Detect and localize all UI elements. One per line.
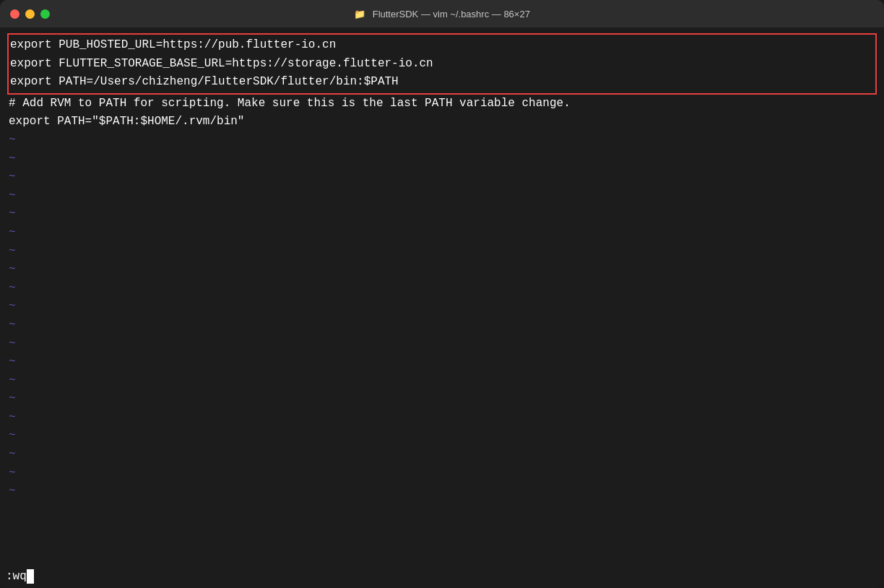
maximize-button[interactable] xyxy=(40,9,50,19)
cursor xyxy=(27,569,34,583)
window-title: 📁 FlutterSDK — vim ~/.bashrc — 86×27 xyxy=(354,9,530,20)
close-button[interactable] xyxy=(10,9,20,19)
command-text: :wq xyxy=(6,570,27,583)
folder-icon: 📁 xyxy=(354,9,365,20)
code-line-1: export PUB_HOSTED_URL=https://pub.flutte… xyxy=(10,36,874,55)
code-line-5: export PATH="$PATH:$HOME/.rvm/bin" xyxy=(9,113,875,131)
tilde-14: ~ xyxy=(9,372,875,391)
tilde-5: ~ xyxy=(9,205,875,224)
editor-area[interactable]: export PUB_HOSTED_URL=https://pub.flutte… xyxy=(0,27,884,565)
tilde-17: ~ xyxy=(9,427,875,446)
code-line-3: export PATH=/Users/chizheng/FlutterSDK/f… xyxy=(10,73,874,92)
tilde-1: ~ xyxy=(9,131,875,150)
tilde-6: ~ xyxy=(9,224,875,243)
tilde-13: ~ xyxy=(9,353,875,372)
tilde-7: ~ xyxy=(9,243,875,261)
traffic-lights xyxy=(10,9,50,19)
tilde-3: ~ xyxy=(9,168,875,187)
highlighted-block: export PUB_HOSTED_URL=https://pub.flutte… xyxy=(7,33,877,95)
tilde-10: ~ xyxy=(9,298,875,316)
tilde-18: ~ xyxy=(9,446,875,464)
vim-command: :wq xyxy=(6,569,34,583)
code-line-2: export FLUTTER_STORAGE_BASE_URL=https://… xyxy=(10,55,874,74)
tilde-4: ~ xyxy=(9,187,875,206)
tilde-12: ~ xyxy=(9,335,875,354)
title-text: FlutterSDK — vim ~/.bashrc — 86×27 xyxy=(373,9,530,20)
terminal-window: 📁 FlutterSDK — vim ~/.bashrc — 86×27 exp… xyxy=(0,0,884,588)
tilde-11: ~ xyxy=(9,316,875,335)
tilde-19: ~ xyxy=(9,464,875,483)
tilde-9: ~ xyxy=(9,280,875,298)
tilde-15: ~ xyxy=(9,390,875,409)
code-line-4: # Add RVM to PATH for scripting. Make su… xyxy=(9,95,875,113)
tilde-8: ~ xyxy=(9,261,875,280)
tilde-16: ~ xyxy=(9,409,875,428)
tilde-20: ~ xyxy=(9,483,875,501)
statusbar: :wq xyxy=(0,565,884,588)
tilde-2: ~ xyxy=(9,150,875,169)
minimize-button[interactable] xyxy=(25,9,35,19)
titlebar: 📁 FlutterSDK — vim ~/.bashrc — 86×27 xyxy=(0,0,884,27)
